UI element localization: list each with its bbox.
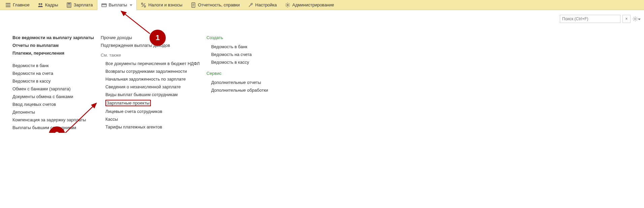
svg-point-5 — [69, 5, 69, 6]
link-cash-registers[interactable]: Кассы — [105, 117, 200, 122]
chevron-down-icon — [130, 4, 132, 6]
topbar-label: Отчетность, справки — [198, 2, 240, 7]
link-employee-debt-returns[interactable]: Возвраты сотрудниками задолженности — [105, 69, 200, 74]
link-additional-processing[interactable]: Дополнительные обработки — [211, 88, 281, 93]
topbar-item-admin[interactable]: Администрирование — [281, 0, 338, 10]
svg-point-12 — [141, 3, 143, 4]
link-payments-transfers[interactable]: Платежи, перечисления — [12, 51, 94, 56]
svg-point-8 — [69, 6, 69, 7]
topbar-item-taxes[interactable]: Налоги и взносы — [137, 0, 186, 10]
gear-icon — [633, 16, 638, 22]
svg-point-1 — [40, 3, 42, 5]
svg-rect-10 — [102, 4, 106, 7]
svg-rect-11 — [102, 4, 106, 5]
service-header: Сервис — [206, 71, 281, 76]
topbar-label: Зарплата — [74, 2, 93, 7]
topbar-item-personnel[interactable]: Кадры — [34, 0, 62, 10]
topbar-item-salary[interactable]: Зарплата — [62, 0, 97, 10]
secondary-top-links: Прочие доходы Подтверждения выплаты дохо… — [101, 35, 200, 48]
topbar-item-payments[interactable]: Выплаты — [97, 0, 137, 10]
gear-icon — [285, 2, 290, 8]
link-payment-agent-tariffs[interactable]: Тарифы платежных агентов — [105, 124, 200, 129]
svg-point-7 — [68, 6, 68, 7]
topbar-item-main[interactable]: Главное — [1, 0, 34, 10]
link-former-employee-payment-types[interactable]: Виды выплат бывшим сотрудникам — [105, 92, 200, 97]
topbar-item-reports[interactable]: Отчетность, справки — [187, 0, 244, 10]
topbar-label: Налоги и взносы — [148, 2, 182, 7]
column-main: Все ведомости на выплату зарплаты Отчеты… — [12, 35, 94, 133]
people-icon — [38, 2, 43, 8]
search-input[interactable] — [560, 15, 620, 23]
svg-point-20 — [635, 18, 636, 20]
menu-icon — [5, 2, 11, 8]
svg-point-19 — [287, 4, 288, 5]
create-cash-statement[interactable]: Ведомость в кассу — [211, 60, 281, 65]
topbar-label: Настройка — [255, 2, 277, 7]
svg-line-14 — [142, 3, 145, 7]
chevron-down-icon — [638, 19, 641, 20]
link-salary-projects[interactable]: Зарплатные проекты — [105, 100, 151, 106]
service-links: Дополнительные отчеты Дополнительные обр… — [206, 80, 281, 93]
link-ndfl-budget-docs[interactable]: Все документы перечисления в бюджет НДФЛ — [105, 61, 200, 66]
svg-rect-3 — [68, 3, 70, 4]
svg-point-9 — [70, 6, 70, 7]
topbar-label: Главное — [13, 2, 30, 7]
link-bank-exchange-docs[interactable]: Документы обмена с банками — [12, 94, 94, 99]
link-payment-reports[interactable]: Отчеты по выплатам — [12, 43, 94, 48]
create-links: Ведомость в банк Ведомость на счета Ведо… — [206, 44, 281, 65]
wrench-icon — [248, 2, 253, 8]
column-actions: Создать Ведомость в банк Ведомость на сч… — [206, 35, 281, 95]
wallet-icon — [101, 2, 107, 8]
link-initial-salary-debt[interactable]: Начальная задолженность по зарплате — [105, 77, 200, 82]
close-icon: × — [625, 17, 627, 21]
svg-point-6 — [70, 5, 70, 6]
link-employee-personal-accounts[interactable]: Лицевые счета сотрудников — [105, 109, 200, 114]
percent-icon — [141, 2, 146, 8]
nav-columns: Все ведомости на выплату зарплаты Отчеты… — [0, 10, 644, 133]
calculator-icon — [66, 2, 72, 8]
see-also-links: Все документы перечисления в бюджет НДФЛ… — [101, 61, 200, 129]
create-header: Создать — [206, 35, 281, 40]
link-all-statements[interactable]: Все ведомости на выплату зарплаты — [12, 35, 94, 40]
link-deponents[interactable]: Депоненты — [12, 110, 94, 115]
primary-links: Все ведомости на выплату зарплаты Отчеты… — [12, 35, 94, 56]
svg-point-0 — [38, 3, 40, 5]
toolbar-right: × — [560, 15, 641, 23]
link-bank-statements[interactable]: Ведомости в банк — [12, 63, 94, 68]
workspace: × Все ведомости на выплату зарплаты Отче… — [0, 10, 644, 133]
link-former-employee-payments[interactable]: Выплаты бывшим сотрудникам — [12, 125, 94, 130]
document-icon — [191, 2, 196, 8]
link-other-income[interactable]: Прочие доходы — [101, 35, 200, 40]
link-cash-statements[interactable]: Ведомости в кассу — [12, 79, 94, 84]
settings-gear-button[interactable] — [633, 15, 641, 23]
svg-point-13 — [144, 5, 146, 7]
link-bank-exchange[interactable]: Обмен с банками (зарплата) — [12, 86, 94, 91]
secondary-links: Ведомости в банк Ведомости на счета Ведо… — [12, 63, 94, 130]
link-personal-accounts-entry[interactable]: Ввод лицевых счетов — [12, 102, 94, 107]
link-delay-compensation[interactable]: Компенсация за задержку зарплаты — [12, 117, 94, 122]
link-additional-reports[interactable]: Дополнительные отчеты — [211, 80, 281, 85]
link-account-statements[interactable]: Ведомости на счета — [12, 71, 94, 76]
clear-search-button[interactable]: × — [622, 15, 631, 23]
topbar-label: Выплаты — [109, 2, 127, 7]
svg-point-4 — [68, 5, 68, 6]
create-bank-statement[interactable]: Ведомость в банк — [211, 44, 281, 49]
create-account-statement[interactable]: Ведомость на счета — [211, 52, 281, 57]
topbar: Главное Кадры Зарплата Выплаты Налоги и … — [0, 0, 644, 10]
link-uncredited-salary-info[interactable]: Сведения о незачисленной зарплате — [105, 84, 200, 89]
column-secondary: Прочие доходы Подтверждения выплаты дохо… — [101, 35, 200, 132]
topbar-label: Администрирование — [292, 2, 334, 7]
link-income-confirmations[interactable]: Подтверждения выплаты доходов — [101, 43, 200, 48]
topbar-item-settings[interactable]: Настройка — [244, 0, 281, 10]
see-also-header: См. также — [101, 53, 200, 58]
topbar-label: Кадры — [45, 2, 58, 7]
